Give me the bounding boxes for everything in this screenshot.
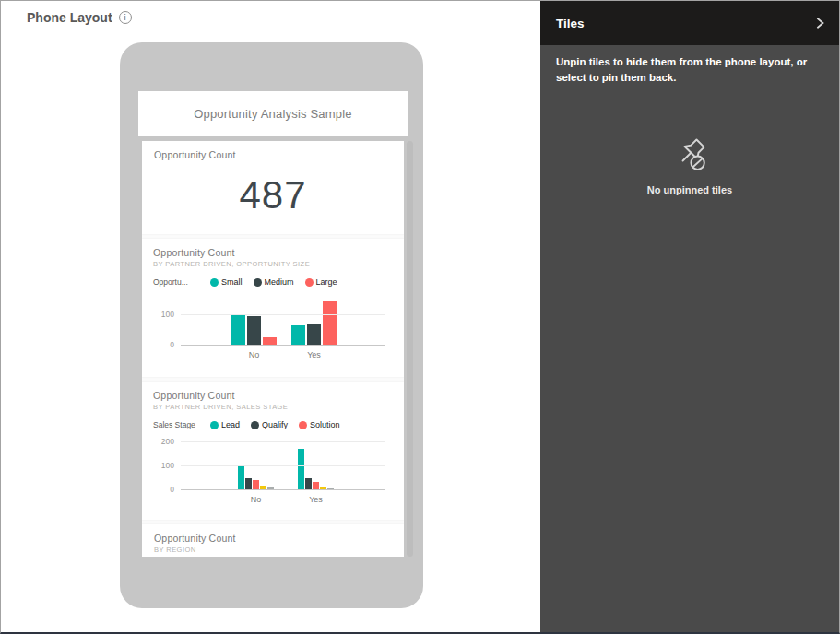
axis-baseline — [181, 489, 385, 490]
panel-title: Tiles — [556, 17, 585, 30]
bar-groups — [181, 301, 385, 345]
bar — [307, 324, 321, 345]
report-title: Opportunity Analysis Sample — [194, 107, 352, 121]
bar — [313, 482, 319, 489]
unpin-icon — [668, 135, 711, 177]
legend-color-dot — [251, 421, 259, 429]
bar-group — [231, 314, 277, 345]
y-axis: 0100 — [153, 299, 181, 346]
gridline — [181, 314, 385, 315]
y-tick-label: 200 — [161, 437, 174, 446]
x-category-label: No — [238, 495, 274, 504]
chart-legend: Opportu... SmallMediumLarge — [153, 277, 393, 287]
phone-tiles-canvas: Opportunity Count 487 Opportunity Count … — [142, 141, 404, 557]
bar — [291, 325, 305, 345]
bar — [323, 301, 337, 345]
tile-title: Opportunity Count — [154, 149, 392, 160]
phone-layout-editor: Phone Layout Opportunity Analysis Sample… — [0, 0, 840, 634]
y-tick-label: 0 — [170, 340, 174, 349]
empty-state: No unpinned tiles — [540, 135, 839, 195]
legend-color-dot — [210, 278, 219, 287]
legend-item-label: Medium — [265, 277, 294, 287]
plot-area — [181, 299, 385, 346]
tile-subtitle: BY PARTNER DRIVEN, SALES STAGE — [153, 403, 393, 411]
legend-item-label: Lead — [221, 420, 240, 429]
tile-title: Opportunity Count — [154, 533, 392, 544]
legend-item-label: Solution — [310, 420, 340, 429]
tile-title: Opportunity Count — [153, 390, 393, 401]
bar-group — [298, 449, 334, 489]
legend-item: Large — [305, 277, 337, 287]
y-tick-label: 0 — [170, 485, 174, 494]
tile-subtitle: BY REGION — [154, 546, 392, 554]
x-axis-labels: NoYes — [181, 495, 393, 504]
bar — [253, 480, 259, 489]
legend-items: SmallMediumLarge — [210, 277, 337, 287]
legend-label: Opportu... — [153, 277, 210, 287]
bar — [231, 314, 245, 345]
legend-color-dot — [299, 421, 307, 429]
legend-color-dot — [210, 421, 219, 429]
chart-legend: Sales Stage LeadQualifySolution — [153, 420, 393, 429]
legend-item: Medium — [254, 277, 294, 287]
legend-item: Qualify — [251, 420, 288, 429]
legend-item: Small — [210, 277, 243, 287]
legend-item: Lead — [210, 420, 240, 429]
legend-item: Solution — [299, 420, 340, 429]
page-title: Phone Layout — [27, 10, 112, 25]
bar — [238, 465, 244, 489]
legend-color-dot — [305, 278, 314, 287]
tile-subtitle: BY PARTNER DRIVEN, OPPORTUNITY SIZE — [153, 260, 393, 268]
panel-description: Unpin tiles to hide them from the phone … — [540, 45, 839, 87]
gridline — [181, 441, 385, 442]
tile-chart-region-partial[interactable]: Opportunity Count BY REGION — [142, 524, 404, 557]
tile-title: Opportunity Count — [153, 247, 393, 258]
page-header: Phone Layout — [27, 10, 132, 25]
bar — [305, 478, 312, 489]
bar-groups — [181, 449, 385, 489]
card-value: 487 — [154, 173, 392, 217]
tiles-panel: Tiles Unpin tiles to hide them from the … — [540, 1, 839, 632]
bar-chart: 0100 — [153, 299, 393, 346]
gridline — [181, 465, 385, 466]
report-title-tile[interactable]: Opportunity Analysis Sample — [138, 91, 408, 136]
y-axis: 0100200 — [153, 442, 181, 490]
tile-chart-opportunity-size[interactable]: Opportunity Count BY PARTNER DRIVEN, OPP… — [142, 239, 404, 377]
phone-scrollbar[interactable] — [407, 141, 413, 557]
info-icon[interactable] — [119, 11, 132, 24]
empty-state-text: No unpinned tiles — [647, 184, 732, 195]
bar — [247, 316, 261, 345]
legend-item-label: Large — [316, 277, 337, 287]
y-tick-label: 100 — [161, 310, 174, 319]
chevron-right-icon[interactable] — [813, 17, 826, 29]
bar-group — [238, 465, 274, 489]
axis-baseline — [181, 345, 385, 346]
legend-item-label: Small — [221, 277, 243, 287]
y-tick-label: 100 — [161, 461, 174, 470]
x-axis-labels: NoYes — [181, 350, 393, 359]
bar — [245, 478, 252, 489]
bar-group — [291, 301, 337, 345]
x-category-label: Yes — [291, 350, 337, 359]
x-category-label: No — [231, 350, 277, 359]
bar — [298, 449, 304, 489]
x-category-label: Yes — [298, 495, 334, 504]
legend-color-dot — [254, 278, 262, 287]
plot-area — [181, 442, 385, 490]
legend-items: LeadQualifySolution — [210, 420, 340, 429]
phone-mockup: Opportunity Analysis Sample Opportunity … — [120, 42, 423, 608]
legend-label: Sales Stage — [153, 420, 210, 429]
tile-opportunity-count-card[interactable]: Opportunity Count 487 — [142, 141, 404, 234]
tiles-panel-header[interactable]: Tiles — [540, 1, 839, 45]
bar-chart: 0100200 — [153, 442, 393, 490]
bar — [263, 337, 277, 345]
legend-item-label: Qualify — [262, 420, 288, 429]
tile-chart-sales-stage[interactable]: Opportunity Count BY PARTNER DRIVEN, SAL… — [142, 382, 404, 520]
